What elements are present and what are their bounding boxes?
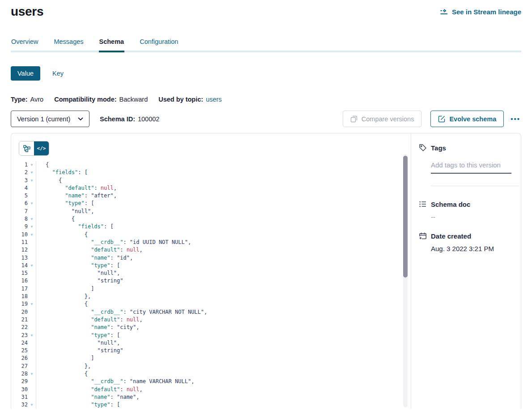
code-line: 5 "name": "after", <box>11 192 411 200</box>
version-bar: Version 1 (current) Schema ID:100002 Com… <box>11 111 521 127</box>
compatibility-value: Backward <box>119 96 148 103</box>
line-number: 17 <box>11 285 28 293</box>
fold-toggle-icon[interactable]: ▼ <box>28 215 36 223</box>
code-text: "type": [ <box>36 200 94 207</box>
code-text: "default": null, <box>36 184 117 192</box>
tab-configuration[interactable]: Configuration <box>139 35 179 51</box>
fold-spacer <box>28 339 36 347</box>
fold-spacer <box>28 239 36 246</box>
code-line: 6▼ "type": [ <box>11 200 411 207</box>
code-text: "type": [ <box>36 262 120 269</box>
fold-spacer <box>28 393 36 401</box>
fold-toggle-icon[interactable]: ▼ <box>28 370 36 378</box>
code-text: { <box>36 231 88 239</box>
fold-spacer <box>28 192 36 200</box>
code-text: { <box>36 300 88 308</box>
code-text: "default": null, <box>36 246 143 254</box>
value-key-toggle: Value Key <box>11 66 521 81</box>
line-number: 3 <box>11 177 28 184</box>
code-text: "__crdb__": "name VARCHAR NULL", <box>36 378 194 385</box>
tab-messages[interactable]: Messages <box>53 35 84 51</box>
editor-scrollbar-track[interactable] <box>403 154 408 407</box>
add-tags-input[interactable] <box>431 161 511 174</box>
code-text: ] <box>36 285 94 293</box>
compare-versions-button[interactable]: Compare versions <box>343 111 422 127</box>
fold-toggle-icon[interactable]: ▼ <box>28 300 36 308</box>
code-view-button[interactable]: </> <box>34 141 49 155</box>
fold-toggle-icon[interactable]: ▼ <box>28 262 36 269</box>
line-number: 28 <box>11 370 28 378</box>
fold-toggle-icon[interactable]: ▼ <box>28 401 36 409</box>
line-number: 15 <box>11 269 28 277</box>
line-number: 30 <box>11 386 28 393</box>
code-line: 9▼ "fields": [ <box>11 223 411 231</box>
see-in-stream-lineage-link[interactable]: See in Stream lineage <box>440 8 521 16</box>
code-line: 7 "null", <box>11 208 411 215</box>
code-text: "__crdb__": "city VARCHAR NOT NULL", <box>36 308 207 316</box>
fold-spacer <box>28 293 36 300</box>
fold-spacer <box>28 184 36 192</box>
fold-spacer <box>28 308 36 316</box>
fold-toggle-icon[interactable]: ▼ <box>28 169 36 176</box>
schema-content: </> 1▼{2▼ "fields": [3▼ {4 "default": nu… <box>11 133 521 409</box>
code-text: "name": "after", <box>36 192 117 200</box>
more-actions-button[interactable]: ••• <box>510 113 521 124</box>
code-line: 10▼ { <box>11 231 411 239</box>
fold-toggle-icon[interactable]: ▼ <box>28 332 36 339</box>
key-toggle-button[interactable]: Key <box>52 70 64 77</box>
tag-icon <box>419 144 427 152</box>
stream-lineage-icon <box>440 9 448 15</box>
tab-bar: Overview Messages Schema Configuration <box>11 35 521 52</box>
code-text: { <box>36 177 62 184</box>
code-line: 26 ] <box>11 354 411 362</box>
code-line: 27 }, <box>11 363 411 370</box>
compatibility-label: Compatibility mode: <box>54 96 116 103</box>
version-select[interactable]: Version 1 (current) <box>11 111 89 127</box>
schema-doc-value: -- <box>431 213 521 221</box>
code-text: "__crdb__": "id UUID NOT NULL", <box>36 239 191 246</box>
code-editor-lines: 1▼{2▼ "fields": [3▼ {4 "default": null,5… <box>11 161 411 409</box>
tab-schema[interactable]: Schema <box>99 35 125 52</box>
fold-spacer <box>28 254 36 262</box>
edit-schema-icon <box>438 115 445 123</box>
fold-toggle-icon[interactable]: ▼ <box>28 200 36 207</box>
tab-overview[interactable]: Overview <box>11 35 38 51</box>
code-line: 8▼ { <box>11 215 411 223</box>
code-text: "null", <box>36 269 120 277</box>
schema-id-value: 100002 <box>138 115 159 123</box>
code-line: 22 "name": "city", <box>11 324 411 331</box>
topic-link[interactable]: users <box>206 96 221 103</box>
code-text: "string" <box>36 347 123 354</box>
editor-toolbar: </> <box>11 133 411 156</box>
fold-spacer <box>28 324 36 331</box>
fold-spacer <box>28 378 36 385</box>
used-by-topic-label: Used by topic: <box>158 96 203 103</box>
tree-view-button[interactable] <box>19 141 34 155</box>
fold-toggle-icon[interactable]: ▼ <box>28 231 36 239</box>
code-line: 3▼ { <box>11 177 411 184</box>
code-line: 13 "name": "id", <box>11 254 411 262</box>
line-number: 11 <box>11 239 28 246</box>
line-number: 1 <box>11 161 28 169</box>
page-title: users <box>11 4 43 19</box>
schema-id-label: Schema ID: <box>100 115 135 123</box>
fold-toggle-icon[interactable]: ▼ <box>28 177 36 184</box>
line-number: 31 <box>11 393 28 401</box>
code-text: }, <box>36 293 91 300</box>
schema-code-panel: </> 1▼{2▼ "fields": [3▼ {4 "default": nu… <box>11 133 411 409</box>
code-text: { <box>36 161 49 169</box>
code-line: 28▼ { <box>11 370 411 378</box>
fold-toggle-icon[interactable]: ▼ <box>28 223 36 231</box>
evolve-schema-button[interactable]: Evolve schema <box>430 111 504 127</box>
line-number: 2 <box>11 169 28 176</box>
line-number: 8 <box>11 215 28 223</box>
code-text: "null", <box>36 208 94 215</box>
fold-spacer <box>28 363 36 370</box>
fold-spacer <box>28 285 36 293</box>
fold-toggle-icon[interactable]: ▼ <box>28 161 36 169</box>
code-text: { <box>36 215 75 223</box>
code-text: "type": [ <box>36 332 120 339</box>
value-toggle-button[interactable]: Value <box>11 66 40 81</box>
line-number: 7 <box>11 208 28 215</box>
editor-scrollbar-thumb[interactable] <box>403 156 408 278</box>
